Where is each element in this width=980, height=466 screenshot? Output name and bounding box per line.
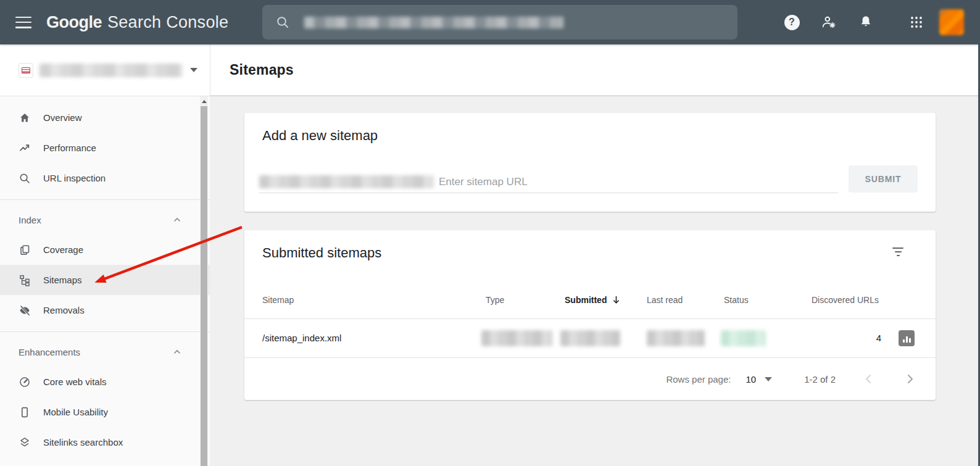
sitemap-url-input[interactable] xyxy=(439,176,838,188)
section-index-header[interactable]: Index xyxy=(0,205,210,235)
app-logo: GoogleSearch Console xyxy=(46,13,228,32)
apps-grid-icon xyxy=(909,15,924,30)
home-icon xyxy=(19,112,31,124)
sidebar-item-label: Sitemaps xyxy=(43,275,82,285)
property-selector[interactable] xyxy=(0,44,210,96)
cell-type-redacted xyxy=(481,330,552,346)
chevron-up-icon xyxy=(173,347,181,356)
sort-descending-icon xyxy=(612,296,620,304)
visibility-off-icon xyxy=(19,304,31,317)
logo-google: Google xyxy=(46,13,102,31)
sidebar-item-label: Mobile Usability xyxy=(43,407,108,417)
account-settings-icon xyxy=(821,14,837,30)
help-button[interactable]: ? xyxy=(784,14,800,30)
search-icon xyxy=(19,172,31,185)
sidebar-item-label: Sitelinks searchbox xyxy=(43,437,123,447)
sidebar-scrollbar[interactable] xyxy=(200,96,208,466)
sidebar-item-sitemaps[interactable]: Sitemaps xyxy=(0,265,210,295)
table-pagination: Rows per page: 10 1-2 of 2 xyxy=(244,358,936,400)
sidebar: Overview Performance URL inspection xyxy=(0,44,210,466)
notifications-button[interactable] xyxy=(858,14,874,30)
performance-trend-icon xyxy=(19,142,31,154)
sidebar-item-label: URL inspection xyxy=(43,173,106,183)
submitted-sitemaps-card: Submitted sitemaps Sitemap Type Submitte… xyxy=(244,230,936,400)
google-search-console-app: GoogleSearch Console ? xyxy=(0,0,980,466)
filter-icon xyxy=(892,248,903,249)
sidebar-item-label: Coverage xyxy=(43,244,83,255)
sidebar-item-mobile-usability[interactable]: Mobile Usability xyxy=(0,397,210,427)
sidebar-item-performance[interactable]: Performance xyxy=(0,133,210,163)
chevron-down-icon xyxy=(190,68,197,72)
pagination-range: 1-2 of 2 xyxy=(804,374,836,385)
sidebar-item-label: Removals xyxy=(43,305,85,315)
cell-discovered-urls: 4 xyxy=(812,333,881,343)
chevron-down-icon xyxy=(765,377,772,381)
property-name-redacted xyxy=(39,64,183,77)
sitemaps-tree-icon xyxy=(19,274,31,286)
avatar[interactable] xyxy=(939,9,964,35)
sidebar-item-url-inspection[interactable]: URL inspection xyxy=(0,163,210,193)
table-header-row: Sitemap Type Submitted Last read Status … xyxy=(244,283,936,319)
next-page-button[interactable] xyxy=(902,372,917,386)
column-header-status[interactable]: Status xyxy=(724,295,749,305)
filter-button[interactable] xyxy=(890,245,906,259)
sidebar-item-coverage[interactable]: Coverage xyxy=(0,235,210,265)
search-query-redacted xyxy=(304,17,563,28)
sidebar-item-label: Overview xyxy=(43,112,82,123)
sitemap-url-input-row xyxy=(259,171,838,193)
column-header-discovered-urls[interactable]: Discovered URLs xyxy=(812,295,879,305)
rows-per-page-label: Rows per page: xyxy=(666,374,731,385)
submit-button[interactable]: SUBMIT xyxy=(849,165,918,193)
chevron-right-icon xyxy=(903,373,916,385)
section-enhancements-header[interactable]: Enhancements xyxy=(0,337,210,367)
sidebar-item-sitelinks-searchbox[interactable]: Sitelinks searchbox xyxy=(0,427,210,457)
sidebar-item-label: Performance xyxy=(43,143,96,153)
speedometer-icon xyxy=(19,376,31,388)
page-title: Sitemaps xyxy=(230,62,294,78)
sidebar-divider xyxy=(0,331,210,332)
column-header-sitemap[interactable]: Sitemap xyxy=(262,295,294,305)
see-index-chart-button[interactable] xyxy=(899,330,915,346)
header-search-bar[interactable] xyxy=(262,5,737,40)
submitted-sitemaps-title: Submitted sitemaps xyxy=(262,245,381,261)
sidebar-item-removals[interactable]: Removals xyxy=(0,295,210,325)
help-icon: ? xyxy=(784,15,800,30)
chevron-up-icon xyxy=(173,215,181,224)
section-label: Enhancements xyxy=(19,347,80,357)
cell-last-read-redacted xyxy=(647,330,705,346)
add-sitemap-card: Add a new sitemap SUBMIT xyxy=(244,113,936,212)
table-row[interactable]: /sitemap_index.xml 4 xyxy=(244,319,936,358)
cell-submitted-redacted xyxy=(560,330,620,346)
menu-icon[interactable] xyxy=(15,17,31,28)
bar-chart-icon xyxy=(903,339,905,343)
column-header-submitted[interactable]: Submitted xyxy=(565,295,620,305)
coverage-pages-icon xyxy=(19,244,31,256)
search-icon xyxy=(276,15,289,29)
chevron-left-icon xyxy=(863,373,875,385)
rows-per-page-select[interactable]: 10 xyxy=(745,374,772,385)
app-header: GoogleSearch Console ? xyxy=(0,0,980,44)
column-header-type[interactable]: Type xyxy=(486,295,504,305)
main-content: Sitemaps Add a new sitemap SUBMIT Submit… xyxy=(210,44,980,466)
sidebar-scrollbar-thumb[interactable] xyxy=(201,106,207,466)
scrollbar-up-arrow[interactable] xyxy=(200,96,208,106)
sidebar-divider xyxy=(0,199,210,200)
site-url-prefix-redacted xyxy=(259,175,434,188)
account-settings-button[interactable] xyxy=(821,14,837,30)
sidebar-item-overview[interactable]: Overview xyxy=(0,102,210,133)
cell-sitemap-url[interactable]: /sitemap_index.xml xyxy=(262,333,341,343)
section-label: Index xyxy=(19,215,41,225)
previous-page-button[interactable] xyxy=(862,372,876,386)
sidebar-nav: Overview Performance URL inspection xyxy=(0,96,210,466)
apps-grid-button[interactable] xyxy=(908,14,924,30)
column-header-last-read[interactable]: Last read xyxy=(647,295,683,305)
site-favicon xyxy=(19,63,33,78)
add-sitemap-title: Add a new sitemap xyxy=(262,128,378,144)
layers-icon xyxy=(19,436,31,449)
sidebar-item-core-web-vitals[interactable]: Core web vitals xyxy=(0,367,210,397)
header-actions: ? xyxy=(763,0,964,44)
page-title-bar: Sitemaps xyxy=(210,44,980,96)
mobile-phone-icon xyxy=(19,406,31,418)
sidebar-item-label: Core web vitals xyxy=(43,377,107,387)
logo-search-console: Search Console xyxy=(107,13,228,31)
